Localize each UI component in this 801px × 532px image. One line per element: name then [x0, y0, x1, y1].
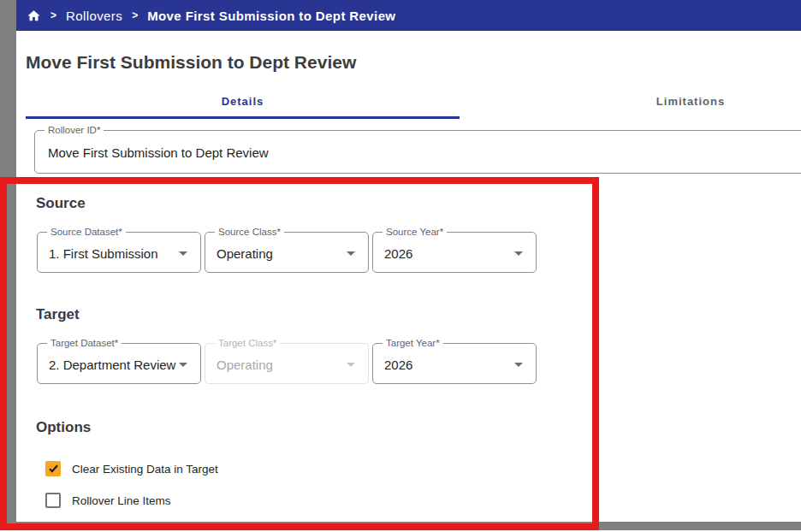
- rollover-id-label: Rollover ID*: [44, 125, 104, 136]
- page-content: Move First Submission to Dept Review Det…: [16, 31, 801, 519]
- active-tab-indicator: [26, 116, 460, 119]
- source-class-select[interactable]: Source Class* Operating: [205, 232, 369, 273]
- breadcrumb-bar: > Rollovers > Move First Submission to D…: [16, 0, 801, 31]
- window-edge-bottom: [0, 522, 801, 530]
- source-heading: Source: [36, 195, 86, 212]
- option-rollover-line-items: Rollover Line Items: [45, 493, 171, 508]
- tab-bar: Details Limitations: [16, 86, 801, 119]
- breadcrumb-separator: >: [50, 9, 56, 21]
- checkbox-rollover-line-items[interactable]: [45, 493, 61, 508]
- option-label: Clear Existing Data in Target: [72, 463, 218, 476]
- page-title: Move First Submission to Dept Review: [26, 52, 356, 73]
- tab-details[interactable]: Details: [26, 86, 460, 116]
- dropdown-arrow-icon: [347, 251, 355, 256]
- dropdown-arrow-icon: [514, 251, 523, 256]
- source-dataset-select[interactable]: Source Dataset* 1. First Submission: [37, 232, 201, 273]
- check-icon: [49, 464, 57, 473]
- breadcrumb-current: Move First Submission to Dept Review: [147, 9, 395, 23]
- target-dataset-select[interactable]: Target Dataset* 2. Department Review: [37, 343, 201, 384]
- rollover-id-field[interactable]: Rollover ID* Move First Submission to De…: [34, 130, 801, 174]
- window-edge-left: [0, 0, 16, 530]
- breadcrumb-rollovers[interactable]: Rollovers: [66, 9, 122, 23]
- breadcrumb-separator: >: [132, 9, 138, 21]
- rollover-id-value: Move First Submission to Dept Review: [48, 145, 269, 160]
- checkbox-clear-existing[interactable]: [45, 461, 61, 476]
- tab-limitations[interactable]: Limitations: [460, 86, 801, 116]
- target-class-select: Target Class* Operating: [205, 343, 369, 384]
- dropdown-arrow-icon: [347, 363, 355, 367]
- home-icon[interactable]: [27, 9, 41, 23]
- dropdown-arrow-icon: [179, 251, 187, 256]
- option-label: Rollover Line Items: [72, 494, 171, 507]
- target-year-select[interactable]: Target Year* 2026: [372, 343, 537, 384]
- dropdown-arrow-icon: [514, 363, 523, 367]
- source-year-select[interactable]: Source Year* 2026: [372, 232, 537, 273]
- option-clear-existing: Clear Existing Data in Target: [45, 461, 218, 476]
- options-heading: Options: [36, 419, 91, 436]
- dropdown-arrow-icon: [179, 363, 187, 367]
- target-heading: Target: [36, 306, 80, 323]
